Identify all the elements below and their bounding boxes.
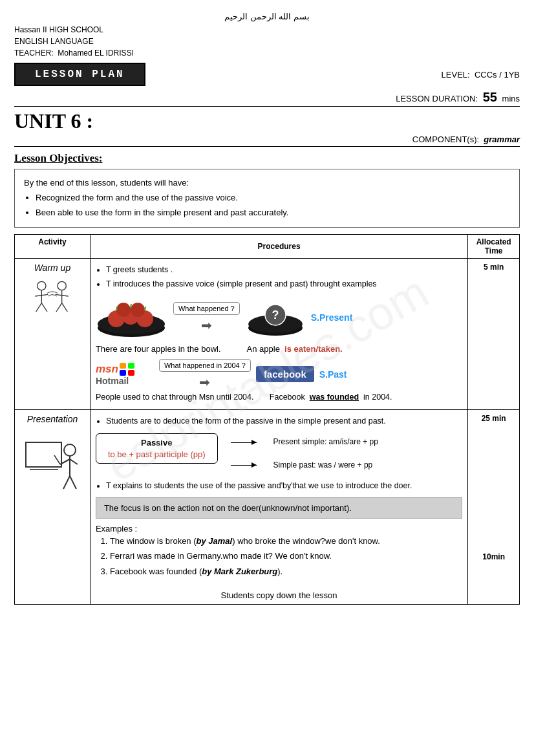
level-block: LEVEL: CCCs / 1YB (442, 70, 520, 80)
what-happened-2004-box: What happened in 2004 ? (159, 359, 251, 372)
apple-right-text: An apple is eaten/taken. (247, 344, 343, 354)
lesson-plan-box: LESSON PLAN (14, 63, 145, 86)
s-present-label: S.Present (311, 312, 353, 323)
warm-up-procedures: T greets students . T introduces the pas… (90, 258, 467, 409)
msn-butterfly-icon (120, 363, 135, 376)
svg-line-36 (63, 476, 70, 489)
presentation-bullet-1: Students are to deduce the form of the p… (106, 414, 462, 429)
presentation-procedures: Students are to deduce the form of the p… (90, 409, 467, 604)
stick-figure-svg (30, 278, 75, 317)
duration-label: LESSON DURATION: (396, 94, 478, 103)
present-simple-note: Present simple: am/is/are + pp (273, 437, 378, 446)
what-happened-box: What happened ? (173, 302, 240, 315)
svg-rect-29 (26, 442, 61, 467)
svg-point-0 (37, 281, 46, 290)
presentation-time: 25 min 10min (468, 409, 520, 604)
warm-up-bullet-2: T introduces the passive voice (simple p… (106, 277, 462, 292)
students-copy: Students copy down the lesson (96, 590, 462, 600)
svg-point-15 (116, 303, 131, 317)
unit-row: UNIT 6 : (14, 109, 520, 133)
component-value: grammar (484, 135, 520, 144)
msn-facebook-row: msn Hotmail What (96, 359, 462, 390)
warm-up-row: Warm up (15, 258, 520, 409)
presentation-bullets: Students are to deduce the form of the p… (106, 414, 462, 429)
svg-line-35 (70, 459, 78, 464)
examples-section: Examples : The window is broken (by Jama… (96, 524, 462, 579)
svg-line-4 (41, 303, 47, 312)
presentation-bullet-2: T explains to students the use of the pa… (106, 479, 462, 493)
arabic-header: بسم الله الرحمن الرحيم (14, 12, 520, 21)
language-label: ENGLISH LANGUAGE (14, 36, 520, 47)
example-1: The window is broken (by Jamal) who brok… (110, 534, 462, 548)
presentation-label: Presentation (20, 414, 85, 424)
duration-value: 55 (483, 90, 497, 104)
example-2: Ferrari was made in Germany.who made it?… (110, 548, 462, 563)
mystery-plate-svg: ? (246, 298, 304, 337)
lesson-plan-row: LESSON PLAN LEVEL: CCCs / 1YB (14, 63, 520, 86)
warm-up-bullet-1: T greets students . (106, 263, 462, 277)
svg-line-19 (145, 307, 145, 310)
teacher-label: TEACHER: (14, 49, 54, 58)
svg-rect-28 (128, 370, 134, 376)
facebook-button: facebook (256, 366, 314, 382)
duration-text: LESSON DURATION: 55 mins (396, 90, 520, 105)
objective-item-2: Been able to use the form in the simple … (36, 205, 510, 220)
svg-line-37 (70, 476, 76, 489)
examples-label: Examples : (96, 524, 462, 534)
msn-text-line: People used to chat through Msn until 20… (96, 393, 462, 402)
svg-point-5 (58, 281, 66, 290)
svg-rect-26 (128, 363, 134, 369)
teacher-name: Mohamed EL IDRISSI (58, 49, 134, 58)
simple-past-note: Simple past: was / were + pp (273, 460, 373, 470)
svg-line-3 (36, 303, 42, 312)
objectives-intro: By the end of this lesson, students will… (24, 176, 510, 190)
svg-line-8 (56, 303, 62, 312)
school-name: Hassan II HIGH SCHOOL (14, 24, 520, 36)
hotmail-text: Hotmail (96, 376, 129, 386)
warm-up-time: 5 min (468, 258, 520, 409)
school-info: Hassan II HIGH SCHOOL ENGLISH LANGUAGE T… (14, 24, 520, 59)
objectives-box: By the end of this lesson, students will… (14, 169, 520, 228)
arabic-text: بسم الله الرحمن الرحيم (224, 12, 310, 21)
apple-plate-svg (96, 297, 167, 339)
teacher-line: TEACHER: Mohamed EL IDRISSI (14, 47, 520, 59)
focus-box: The focus is on the action not on the do… (96, 497, 462, 519)
col-procedures: Procedures (90, 234, 467, 258)
was-founded-text: was founded (310, 393, 359, 402)
svg-rect-25 (120, 363, 126, 369)
svg-point-16 (131, 303, 145, 317)
table-header-row: Activity Procedures AllocatedTime (15, 234, 520, 258)
warm-up-activity: Warm up (15, 258, 91, 409)
objective-item-1: Recognized the form and the use of the p… (36, 190, 510, 205)
warm-up-label: Warm up (20, 263, 85, 273)
svg-text:?: ? (272, 308, 279, 321)
time-25min: 25 min (473, 414, 514, 423)
passive-title: Passive (108, 438, 206, 448)
component-row: COMPONENT(s): grammar (14, 135, 520, 147)
passive-diagram-container: Passive to be + past participle (pp) Pre… (96, 433, 462, 473)
example-3: Facebook was founded (by Mark Zukerburg)… (110, 564, 462, 579)
col-allocated: AllocatedTime (468, 234, 520, 258)
svg-rect-27 (120, 370, 126, 376)
presentation-row: Presentation (15, 409, 520, 604)
component-text: COMPONENT(s): grammar (412, 135, 520, 144)
time-10min: 10min (473, 552, 514, 561)
teacher-figure-svg (25, 436, 80, 501)
duration-row: LESSON DURATION: 55 mins (14, 90, 520, 107)
level-value: CCCs / 1YB (475, 70, 520, 80)
svg-line-17 (116, 307, 117, 310)
msn-logo-text: msn (96, 363, 118, 376)
passive-box: Passive to be + past participle (pp) (96, 433, 218, 464)
apple-left-text: There are four apples in the bowl. (96, 344, 221, 354)
svg-line-9 (62, 303, 68, 312)
objectives-title: Lesson Objectives: (14, 152, 520, 165)
component-label: COMPONENT(s): (412, 135, 479, 144)
warm-up-bullets: T greets students . T introduces the pas… (106, 263, 462, 292)
presentation-activity: Presentation (15, 409, 91, 604)
passive-formula: to be + past participle (pp) (108, 449, 206, 459)
svg-point-32 (64, 444, 76, 456)
apple-text-row: There are four apples in the bowl. An ap… (96, 344, 462, 354)
unit-title: UNIT 6 : (14, 109, 93, 133)
level-label: LEVEL: (442, 70, 470, 80)
duration-unit: mins (502, 94, 520, 103)
